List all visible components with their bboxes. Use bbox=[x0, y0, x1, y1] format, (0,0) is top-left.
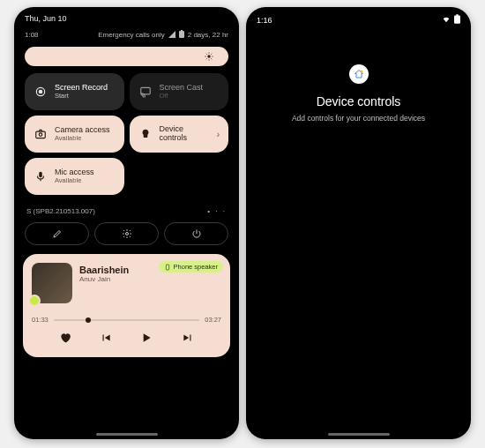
tile-camera-access[interactable]: Camera access Available bbox=[25, 116, 124, 153]
heart-icon bbox=[59, 332, 71, 344]
svg-line-9 bbox=[206, 58, 207, 59]
tile-sub: Available bbox=[55, 177, 94, 184]
page-subtitle: Add controls for your connected devices bbox=[292, 114, 425, 123]
date-label: Thu, Jun 10 bbox=[14, 7, 239, 25]
brightness-icon bbox=[205, 52, 213, 61]
settings-button[interactable] bbox=[94, 222, 159, 245]
skip-prev-icon bbox=[100, 332, 112, 344]
prev-button[interactable] bbox=[100, 332, 112, 347]
clock-label: 1:08 bbox=[25, 31, 39, 39]
progress-bar[interactable] bbox=[54, 319, 199, 321]
track-title: Baarishein bbox=[79, 265, 129, 275]
build-label: S (SPB2.210513.007) bbox=[26, 207, 95, 215]
media-controls bbox=[32, 331, 221, 348]
svg-rect-18 bbox=[166, 265, 168, 270]
bulb-icon bbox=[138, 127, 153, 141]
total-label: 03:27 bbox=[205, 316, 221, 324]
output-chip[interactable]: Phone speaker bbox=[159, 261, 223, 273]
status-bar: 1:16 bbox=[246, 7, 471, 33]
svg-point-12 bbox=[39, 90, 42, 93]
play-icon bbox=[139, 331, 153, 345]
brightness-slider[interactable] bbox=[14, 43, 239, 73]
power-button[interactable] bbox=[164, 222, 228, 245]
tile-screen-record[interactable]: Screen Record Start bbox=[25, 73, 124, 110]
record-icon bbox=[34, 85, 48, 99]
svg-rect-1 bbox=[181, 30, 183, 32]
emergency-label: Emergency calls only bbox=[98, 31, 165, 39]
phone-icon bbox=[164, 264, 171, 271]
power-icon bbox=[191, 228, 202, 239]
pencil-icon bbox=[52, 228, 63, 239]
tile-device-controls[interactable]: Device controls › bbox=[130, 116, 229, 153]
camera-icon bbox=[34, 127, 48, 141]
tile-sub: Start bbox=[55, 93, 108, 100]
battery-time-label: 2 days, 22 hr bbox=[188, 31, 228, 39]
battery-icon bbox=[179, 30, 184, 40]
gear-icon bbox=[122, 228, 132, 239]
svg-rect-16 bbox=[39, 172, 42, 177]
tile-sub: Available bbox=[55, 135, 110, 142]
signal-icon bbox=[168, 31, 175, 40]
track-artist: Anuv Jain bbox=[79, 275, 129, 283]
album-art bbox=[32, 263, 72, 303]
action-row bbox=[14, 219, 239, 249]
phone-right-device-controls: 1:16 Device controls Add controls for yo… bbox=[246, 7, 471, 439]
svg-rect-19 bbox=[454, 15, 460, 23]
source-badge-icon bbox=[28, 295, 41, 307]
tile-screen-cast[interactable]: Screen Cast Off bbox=[130, 73, 229, 110]
skip-next-icon bbox=[182, 332, 194, 344]
svg-rect-14 bbox=[36, 131, 46, 138]
wifi-icon bbox=[442, 15, 451, 26]
tile-sub: Off bbox=[160, 93, 204, 100]
tile-title: Device controls bbox=[160, 125, 210, 143]
output-label: Phone speaker bbox=[174, 263, 218, 271]
battery-icon bbox=[454, 14, 460, 26]
svg-rect-20 bbox=[456, 14, 458, 16]
svg-point-15 bbox=[39, 133, 42, 137]
elapsed-label: 01:33 bbox=[32, 316, 48, 324]
progress-row[interactable]: 01:33 03:27 bbox=[32, 316, 221, 324]
nav-handle[interactable] bbox=[328, 433, 390, 436]
build-row: S (SPB2.210513.007) • · · bbox=[14, 195, 239, 219]
svg-point-2 bbox=[207, 55, 210, 57]
svg-line-7 bbox=[206, 54, 207, 55]
svg-line-8 bbox=[211, 58, 212, 59]
cast-icon bbox=[138, 85, 153, 99]
play-button[interactable] bbox=[139, 331, 153, 348]
home-app-icon bbox=[349, 64, 369, 84]
svg-point-21 bbox=[360, 71, 362, 73]
favorite-button[interactable] bbox=[59, 332, 71, 347]
empty-state: Device controls Add controls for your co… bbox=[246, 33, 471, 123]
media-player-card: Phone speaker Baarishein Anuv Jain 01:33… bbox=[23, 254, 230, 357]
svg-line-10 bbox=[211, 54, 212, 55]
svg-rect-0 bbox=[179, 31, 184, 38]
quick-tiles-grid: Screen Record Start Screen Cast Off Came… bbox=[14, 73, 239, 195]
phone-left-quicksettings: Thu, Jun 10 1:08 Emergency calls only 2 … bbox=[14, 7, 239, 439]
nav-handle[interactable] bbox=[96, 433, 158, 436]
status-row: 1:08 Emergency calls only 2 days, 22 hr bbox=[14, 25, 239, 43]
mic-icon bbox=[34, 169, 48, 183]
edit-button[interactable] bbox=[25, 222, 89, 245]
tile-mic-access[interactable]: Mic access Available bbox=[25, 158, 124, 195]
next-button[interactable] bbox=[182, 332, 194, 347]
page-indicator: • · · bbox=[207, 207, 227, 215]
svg-point-17 bbox=[125, 233, 128, 235]
clock-label: 1:16 bbox=[257, 16, 272, 25]
chevron-right-icon: › bbox=[217, 130, 220, 139]
page-title: Device controls bbox=[317, 94, 401, 108]
